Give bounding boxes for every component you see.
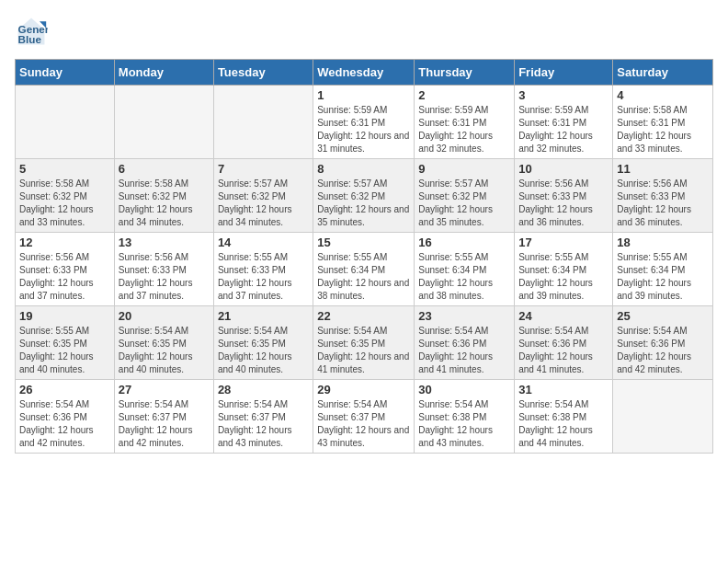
calendar-day-cell — [613, 380, 713, 454]
day-number: 12 — [19, 236, 110, 249]
day-number: 14 — [218, 236, 309, 249]
day-of-week-header: Wednesday — [313, 60, 415, 86]
calendar-day-cell: 13Sunrise: 5:56 AMSunset: 6:33 PMDayligh… — [114, 233, 213, 306]
calendar-table: SundayMondayTuesdayWednesdayThursdayFrid… — [15, 59, 713, 454]
logo-icon: General Blue — [15, 15, 48, 48]
day-info: Sunrise: 5:56 AMSunset: 6:33 PMDaylight:… — [19, 251, 110, 303]
logo: General Blue — [15, 15, 51, 48]
calendar-day-cell: 1Sunrise: 5:59 AMSunset: 6:31 PMDaylight… — [313, 86, 415, 159]
calendar-day-cell: 28Sunrise: 5:54 AMSunset: 6:37 PMDayligh… — [213, 380, 313, 454]
day-number: 30 — [418, 383, 510, 396]
day-of-week-header: Thursday — [415, 60, 515, 86]
day-info: Sunrise: 5:54 AMSunset: 6:35 PMDaylight:… — [119, 325, 210, 376]
calendar-day-cell: 5Sunrise: 5:58 AMSunset: 6:32 PMDaylight… — [16, 159, 115, 233]
calendar-day-cell: 14Sunrise: 5:55 AMSunset: 6:33 PMDayligh… — [213, 233, 313, 306]
day-number: 16 — [418, 236, 510, 249]
calendar-day-cell: 24Sunrise: 5:54 AMSunset: 6:36 PMDayligh… — [515, 306, 613, 380]
calendar-day-cell: 2Sunrise: 5:59 AMSunset: 6:31 PMDaylight… — [415, 86, 515, 159]
day-number: 2 — [418, 88, 510, 102]
day-number: 19 — [19, 309, 110, 323]
day-info: Sunrise: 5:54 AMSunset: 6:37 PMDaylight:… — [317, 398, 410, 450]
calendar-day-cell: 15Sunrise: 5:55 AMSunset: 6:34 PMDayligh… — [313, 233, 415, 306]
day-of-week-header: Saturday — [613, 60, 713, 86]
calendar-day-cell: 25Sunrise: 5:54 AMSunset: 6:36 PMDayligh… — [613, 306, 713, 380]
day-info: Sunrise: 5:55 AMSunset: 6:34 PMDaylight:… — [617, 251, 709, 303]
page-header: General Blue — [15, 15, 713, 48]
day-info: Sunrise: 5:54 AMSunset: 6:35 PMDaylight:… — [317, 325, 410, 376]
day-info: Sunrise: 5:59 AMSunset: 6:31 PMDaylight:… — [317, 104, 410, 155]
day-info: Sunrise: 5:57 AMSunset: 6:32 PMDaylight:… — [218, 178, 309, 229]
day-info: Sunrise: 5:54 AMSunset: 6:36 PMDaylight:… — [19, 398, 110, 450]
day-info: Sunrise: 5:55 AMSunset: 6:34 PMDaylight:… — [317, 251, 410, 303]
calendar-week-row: 12Sunrise: 5:56 AMSunset: 6:33 PMDayligh… — [16, 233, 713, 306]
day-number: 21 — [218, 309, 309, 323]
calendar-day-cell: 23Sunrise: 5:54 AMSunset: 6:36 PMDayligh… — [415, 306, 515, 380]
calendar-day-cell: 20Sunrise: 5:54 AMSunset: 6:35 PMDayligh… — [114, 306, 213, 380]
calendar-week-row: 1Sunrise: 5:59 AMSunset: 6:31 PMDaylight… — [16, 86, 713, 159]
day-number: 8 — [317, 162, 410, 176]
day-number: 25 — [617, 309, 709, 323]
day-info: Sunrise: 5:58 AMSunset: 6:32 PMDaylight:… — [119, 178, 210, 229]
day-number: 6 — [119, 162, 210, 176]
calendar-day-cell: 21Sunrise: 5:54 AMSunset: 6:35 PMDayligh… — [213, 306, 313, 380]
calendar-day-cell: 8Sunrise: 5:57 AMSunset: 6:32 PMDaylight… — [313, 159, 415, 233]
day-info: Sunrise: 5:58 AMSunset: 6:32 PMDaylight:… — [19, 178, 110, 229]
calendar-day-cell: 29Sunrise: 5:54 AMSunset: 6:37 PMDayligh… — [313, 380, 415, 454]
day-number: 22 — [317, 309, 410, 323]
calendar-day-cell — [114, 86, 213, 159]
day-number: 15 — [317, 236, 410, 249]
day-number: 9 — [418, 162, 510, 176]
day-info: Sunrise: 5:54 AMSunset: 6:38 PMDaylight:… — [418, 398, 510, 450]
calendar-week-row: 26Sunrise: 5:54 AMSunset: 6:36 PMDayligh… — [16, 380, 713, 454]
day-number: 7 — [218, 162, 309, 176]
svg-text:Blue: Blue — [18, 33, 42, 45]
day-info: Sunrise: 5:58 AMSunset: 6:31 PMDaylight:… — [617, 104, 709, 155]
day-info: Sunrise: 5:54 AMSunset: 6:36 PMDaylight:… — [418, 325, 510, 376]
day-number: 24 — [518, 309, 609, 323]
day-info: Sunrise: 5:54 AMSunset: 6:37 PMDaylight:… — [119, 398, 210, 450]
calendar-day-cell: 18Sunrise: 5:55 AMSunset: 6:34 PMDayligh… — [613, 233, 713, 306]
day-info: Sunrise: 5:55 AMSunset: 6:35 PMDaylight:… — [19, 325, 110, 376]
calendar-day-cell: 7Sunrise: 5:57 AMSunset: 6:32 PMDaylight… — [213, 159, 313, 233]
calendar-day-cell — [213, 86, 313, 159]
calendar-day-cell: 17Sunrise: 5:55 AMSunset: 6:34 PMDayligh… — [515, 233, 613, 306]
day-info: Sunrise: 5:55 AMSunset: 6:34 PMDaylight:… — [418, 251, 510, 303]
calendar-week-row: 5Sunrise: 5:58 AMSunset: 6:32 PMDaylight… — [16, 159, 713, 233]
day-info: Sunrise: 5:54 AMSunset: 6:37 PMDaylight:… — [218, 398, 309, 450]
calendar-day-cell: 11Sunrise: 5:56 AMSunset: 6:33 PMDayligh… — [613, 159, 713, 233]
day-number: 1 — [317, 88, 410, 102]
calendar-day-cell: 3Sunrise: 5:59 AMSunset: 6:31 PMDaylight… — [515, 86, 613, 159]
day-info: Sunrise: 5:54 AMSunset: 6:35 PMDaylight:… — [218, 325, 309, 376]
day-info: Sunrise: 5:56 AMSunset: 6:33 PMDaylight:… — [518, 178, 609, 229]
calendar-header-row: SundayMondayTuesdayWednesdayThursdayFrid… — [16, 60, 713, 86]
day-number: 28 — [218, 383, 309, 396]
calendar-day-cell: 16Sunrise: 5:55 AMSunset: 6:34 PMDayligh… — [415, 233, 515, 306]
day-number: 29 — [317, 383, 410, 396]
day-info: Sunrise: 5:54 AMSunset: 6:36 PMDaylight:… — [617, 325, 709, 376]
day-info: Sunrise: 5:59 AMSunset: 6:31 PMDaylight:… — [518, 104, 609, 155]
day-number: 5 — [19, 162, 110, 176]
day-info: Sunrise: 5:57 AMSunset: 6:32 PMDaylight:… — [418, 178, 510, 229]
calendar-day-cell: 31Sunrise: 5:54 AMSunset: 6:38 PMDayligh… — [515, 380, 613, 454]
day-number: 11 — [617, 162, 709, 176]
day-number: 20 — [119, 309, 210, 323]
day-number: 17 — [518, 236, 609, 249]
day-info: Sunrise: 5:59 AMSunset: 6:31 PMDaylight:… — [418, 104, 510, 155]
day-info: Sunrise: 5:55 AMSunset: 6:33 PMDaylight:… — [218, 251, 309, 303]
day-number: 13 — [119, 236, 210, 249]
day-number: 27 — [119, 383, 210, 396]
day-info: Sunrise: 5:54 AMSunset: 6:36 PMDaylight:… — [518, 325, 609, 376]
day-info: Sunrise: 5:56 AMSunset: 6:33 PMDaylight:… — [617, 178, 709, 229]
day-number: 23 — [418, 309, 510, 323]
calendar-day-cell: 12Sunrise: 5:56 AMSunset: 6:33 PMDayligh… — [16, 233, 115, 306]
day-number: 4 — [617, 88, 709, 102]
day-of-week-header: Friday — [515, 60, 613, 86]
day-number: 26 — [19, 383, 110, 396]
day-info: Sunrise: 5:55 AMSunset: 6:34 PMDaylight:… — [518, 251, 609, 303]
calendar-day-cell: 27Sunrise: 5:54 AMSunset: 6:37 PMDayligh… — [114, 380, 213, 454]
calendar-week-row: 19Sunrise: 5:55 AMSunset: 6:35 PMDayligh… — [16, 306, 713, 380]
calendar-day-cell: 22Sunrise: 5:54 AMSunset: 6:35 PMDayligh… — [313, 306, 415, 380]
day-number: 18 — [617, 236, 709, 249]
calendar-day-cell: 30Sunrise: 5:54 AMSunset: 6:38 PMDayligh… — [415, 380, 515, 454]
calendar-day-cell: 6Sunrise: 5:58 AMSunset: 6:32 PMDaylight… — [114, 159, 213, 233]
